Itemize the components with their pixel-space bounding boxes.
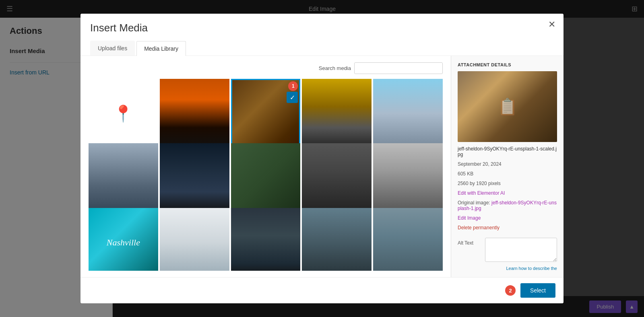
alt-text-row: Alt Text — [458, 238, 557, 262]
grid-item[interactable] — [302, 208, 372, 271]
grid-item[interactable]: Nashville — [89, 208, 158, 271]
modal-title: Insert Media — [90, 22, 554, 34]
grid-item[interactable] — [302, 143, 372, 213]
check-badge: ✓ — [287, 92, 298, 103]
edit-image-link[interactable]: Edit Image — [458, 215, 557, 221]
grid-item[interactable] — [231, 143, 301, 213]
insert-media-modal: Insert Media ✕ Upload files Media Librar… — [80, 14, 564, 303]
media-grid: 1 ✓ — [89, 79, 443, 271]
tab-media-library[interactable]: Media Library — [136, 41, 186, 56]
grid-item[interactable] — [160, 208, 229, 271]
grid-item[interactable] — [160, 143, 229, 213]
grid-item[interactable] — [302, 79, 372, 148]
grid-item-selected[interactable]: 1 ✓ — [231, 79, 301, 148]
attachment-thumbnail: 📋 — [458, 71, 557, 142]
grid-item[interactable] — [373, 79, 443, 148]
alt-text-label: Alt Text — [458, 238, 482, 246]
original-image-info: Original image: jeff-sheldon-9SyOKYrq-rE… — [458, 200, 557, 211]
tab-upload-files[interactable]: Upload files — [90, 41, 135, 56]
attachment-size: 605 KB — [458, 171, 557, 177]
learn-how-link[interactable]: Learn how to describe the — [458, 266, 557, 271]
grid-item[interactable] — [373, 208, 443, 271]
media-area: Search media 1 ✓ — [80, 56, 451, 277]
search-row: Search media — [89, 62, 443, 74]
search-label: Search media — [319, 65, 351, 71]
attachment-details-title: ATTACHMENT DETAILS — [458, 62, 557, 67]
search-input[interactable] — [354, 62, 443, 74]
modal-body: Search media 1 ✓ — [80, 56, 564, 277]
modal-close-button[interactable]: ✕ — [548, 20, 555, 29]
step-badge: 2 — [505, 285, 516, 296]
attachment-panel: ATTACHMENT DETAILS 📋 jeff-sheldon-9SyOKY… — [451, 56, 564, 277]
alt-text-input[interactable] — [485, 238, 557, 262]
attachment-filename: jeff-sheldon-9SyOKYrq-rE-unsplash-1-scal… — [458, 146, 557, 157]
grid-item[interactable] — [89, 79, 158, 148]
grid-item[interactable] — [373, 143, 443, 213]
grid-item[interactable] — [231, 208, 301, 271]
grid-item[interactable] — [89, 143, 158, 213]
edit-with-elementor-link[interactable]: Edit with Elementor AI — [458, 190, 557, 196]
selection-count-badge: 1 — [288, 81, 298, 91]
modal-header: Insert Media ✕ Upload files Media Librar… — [80, 14, 564, 56]
original-label: Original image: — [458, 200, 490, 206]
attachment-dimensions: 2560 by 1920 pixels — [458, 181, 557, 186]
grid-item[interactable] — [160, 79, 229, 148]
delete-permanently-link[interactable]: Delete permanently — [458, 225, 557, 231]
attachment-date: September 20, 2024 — [458, 161, 557, 167]
modal-footer: 2 Select — [80, 277, 564, 303]
select-button[interactable]: Select — [520, 283, 555, 298]
modal-tabs: Upload files Media Library — [90, 41, 554, 56]
modal-overlay: Insert Media ✕ Upload files Media Librar… — [0, 0, 644, 317]
